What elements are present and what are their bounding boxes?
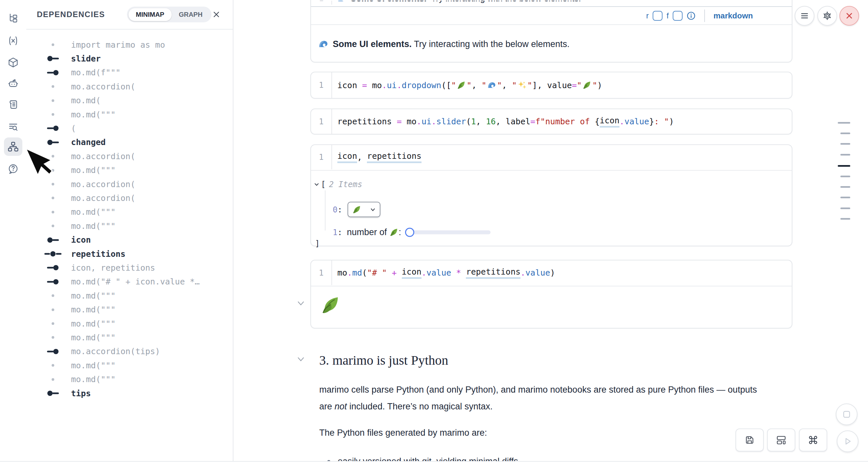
minimap-row[interactable]: icon — [26, 234, 233, 247]
output-collapse-chevron-icon[interactable] — [297, 300, 305, 307]
dependency-arrow-icon — [43, 279, 63, 285]
ai-assistant-icon[interactable] — [4, 74, 22, 93]
minimap-row-label: mo.md(""" — [71, 319, 115, 329]
tree-output: [ 2 Items 0: 1: number of — [311, 171, 792, 245]
shutdown-button[interactable] — [839, 6, 859, 26]
minimap-row[interactable]: import marimo as mo — [26, 38, 233, 51]
output-rest-text: Try interacting with the below elements. — [412, 39, 569, 49]
cell-indicator-line[interactable] — [840, 176, 850, 177]
minimap-row-label: changed — [71, 137, 105, 147]
code-cell-expression: 1 icon, repetitions [ 2 Items 0: — [310, 144, 793, 246]
collapse-chevron-icon[interactable] — [314, 182, 319, 187]
cell-indicator-line[interactable] — [840, 143, 850, 145]
icon-dropdown-select[interactable] — [347, 202, 380, 217]
code-line[interactable]: repetitions = mo.ui.slider(1, 16, label=… — [332, 116, 674, 128]
minimap-cell-list: import marimo as moslidermo.md(f"""mo.ac… — [26, 29, 233, 463]
gear-icon — [822, 11, 832, 21]
layout-button[interactable] — [767, 429, 795, 452]
cell-indicator-line[interactable] — [840, 208, 850, 209]
minimap-row[interactable]: mo.md(""" — [26, 373, 233, 386]
settings-button[interactable] — [817, 6, 837, 26]
line-number: 1 — [311, 153, 332, 162]
minimap-row[interactable]: mo.md("# " + icon.value *… — [26, 275, 233, 288]
minimap-row[interactable]: mo.md(""" — [26, 359, 233, 372]
code-line[interactable]: mo.md("# " + icon.value * repetitions.va… — [332, 267, 555, 279]
dependency-arrow-icon — [43, 348, 63, 354]
minimap-row[interactable]: icon, repetitions — [26, 261, 233, 274]
logs-icon[interactable] — [4, 95, 22, 114]
info-icon[interactable] — [686, 11, 696, 21]
minimap-row[interactable]: mo.md(""" — [26, 317, 233, 330]
save-button[interactable] — [736, 429, 764, 452]
command-icon — [807, 434, 819, 445]
cell-indicator-line[interactable] — [838, 122, 850, 124]
cell-dot-icon — [43, 42, 63, 48]
minimap-row[interactable]: mo.md(""" — [26, 303, 233, 316]
help-icon[interactable] — [4, 160, 22, 178]
tab-graph[interactable]: GRAPH — [172, 8, 210, 21]
format-checkbox[interactable] — [673, 11, 683, 21]
minimap-row[interactable]: mo.md(f""" — [26, 66, 233, 79]
stop-button[interactable] — [836, 403, 858, 425]
packages-icon[interactable] — [4, 53, 22, 72]
code-editor[interactable]: 1 mo.md("# " + icon.value * repetitions.… — [311, 260, 792, 285]
tab-minimap[interactable]: MINIMAP — [129, 8, 172, 21]
code-cell-slider[interactable]: 1 repetitions = mo.ui.slider(1, 16, labe… — [310, 109, 793, 134]
code-cell-dropdown[interactable]: 1 icon = mo.ui.dropdown([" ", " ", " "],… — [310, 72, 793, 99]
minimap-row-label: mo.md(""" — [71, 221, 115, 231]
notebook-menu-button[interactable] — [795, 6, 814, 26]
minimap-row[interactable]: ( — [26, 122, 233, 135]
cell-indicator-line[interactable] — [840, 132, 850, 134]
line-number: 1 — [311, 1, 332, 3]
minimap-row-label: mo.md(""" — [71, 305, 115, 314]
variables-icon[interactable] — [4, 32, 22, 50]
code-line[interactable]: icon = mo.ui.dropdown([" ", " ", " "], v… — [332, 81, 602, 90]
repetitions-slider[interactable] — [406, 230, 491, 234]
cell-indicator-line[interactable] — [840, 186, 850, 188]
minimap-row[interactable]: tips — [26, 387, 233, 400]
save-icon — [744, 435, 755, 445]
items-count-label: 2 Items — [329, 180, 362, 189]
reactive-checkbox[interactable] — [653, 11, 662, 21]
minimap-row[interactable]: mo.accordion( — [26, 80, 233, 93]
minimap-row[interactable]: mo.accordion( — [26, 191, 233, 205]
view-mode-tabs: MINIMAP GRAPH — [127, 7, 211, 22]
code-line[interactable]: icon, repetitions — [332, 151, 422, 163]
minimap-row[interactable]: mo.md( — [26, 94, 233, 107]
minimap-row[interactable]: mo.md(""" — [26, 331, 233, 344]
slider-thumb[interactable] — [405, 227, 414, 237]
file-tree-icon[interactable] — [4, 9, 22, 28]
dependencies-header: DEPENDENCIES MINIMAP GRAPH — [26, 0, 233, 30]
minimap-row[interactable]: repetitions — [26, 247, 233, 260]
close-panel-icon[interactable] — [211, 9, 222, 20]
minimap-row[interactable]: mo.md(""" — [26, 219, 233, 233]
cell-dot-icon — [43, 98, 63, 103]
dependency-arrow-icon — [43, 237, 63, 243]
cell-indicator-line[interactable] — [840, 218, 850, 220]
minimap-row[interactable]: mo.md(""" — [26, 289, 233, 302]
minimap-row[interactable]: mo.accordion(tips) — [26, 345, 233, 358]
cell-indicator-line[interactable] — [840, 154, 850, 156]
tree-index: 0 — [333, 205, 337, 214]
menu-icon — [800, 11, 809, 20]
code-editor[interactable]: 1 icon, repetitions — [311, 145, 792, 169]
minimap-row-label: mo.md(""" — [71, 165, 115, 175]
leaf-emoji-icon — [582, 81, 592, 90]
shortcuts-button[interactable] — [799, 429, 827, 452]
cell-indicator-line[interactable] — [840, 197, 850, 198]
minimap-row[interactable]: mo.md(""" — [26, 206, 233, 219]
tree-colon: : — [337, 205, 342, 214]
line-number: 1 — [311, 117, 332, 126]
dependency-graph-icon[interactable] — [4, 137, 22, 156]
section-collapse-chevron-icon[interactable] — [297, 356, 305, 363]
cell-dot-icon — [43, 209, 63, 215]
clipped-code-line[interactable]: 1 Some UI elements. Try interacting with… — [311, 1, 792, 5]
language-badge[interactable]: markdown — [713, 11, 753, 21]
snippets-icon[interactable] — [4, 118, 22, 136]
paragraph-line2: are not included. There’s no magical syn… — [319, 402, 799, 412]
run-button[interactable] — [837, 430, 859, 452]
minimap-row[interactable]: mo.md(""" — [26, 108, 233, 121]
cell-indicator-line[interactable] — [838, 165, 850, 167]
minimap-row[interactable]: slider — [26, 52, 233, 65]
wave-emoji-icon — [337, 1, 347, 3]
